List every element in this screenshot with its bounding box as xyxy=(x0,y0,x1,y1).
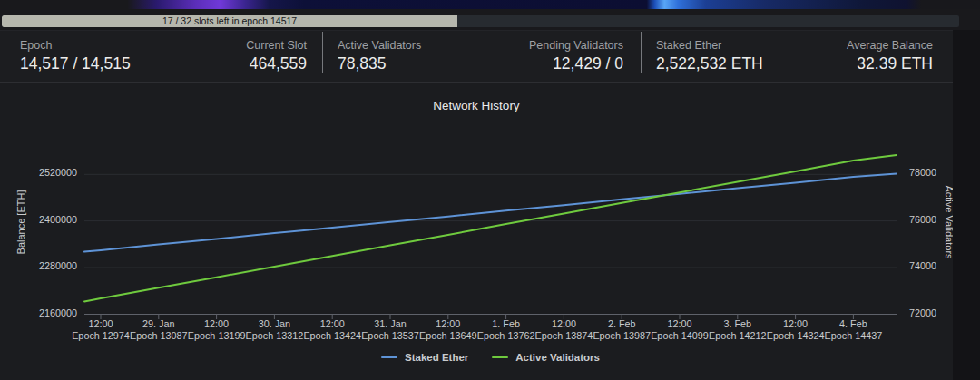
x-tick-time-label: 4. Feb xyxy=(839,318,867,329)
stat-pending-validators: Pending Validators 12,429 / 0 xyxy=(529,38,623,82)
y-right-tick-label: 72000 xyxy=(909,307,936,318)
x-tick-time-label: 3. Feb xyxy=(723,318,751,329)
stat-epoch: Epoch 14,517 / 14,515 xyxy=(20,38,131,82)
x-tick-time-label: 12:00 xyxy=(320,318,345,329)
x-tick-epoch-label: Epoch 12974 xyxy=(72,330,130,341)
x-tick-time-label: 31. Jan xyxy=(374,318,406,329)
y-left-tick-label: 2520000 xyxy=(39,167,77,178)
x-tick-epoch-label: Epoch 13537 xyxy=(361,330,419,341)
x-tick-epoch-label: Epoch 13312 xyxy=(246,330,304,341)
stat-staked-ether: Staked Ether 2,522,532 ETH xyxy=(656,38,763,82)
y-right-axis: 78000 76000 74000 72000 Active Validator… xyxy=(909,167,953,318)
x-tick-time-label: 1. Feb xyxy=(492,318,520,329)
x-tick-epoch-label: Epoch 13424 xyxy=(303,330,361,341)
x-tick-epoch-label: Epoch 14099 xyxy=(651,330,709,341)
network-history-card: 2520000 2400000 2280000 2160000 Balance … xyxy=(0,83,953,380)
epoch-progress-bar: 17 / 32 slots left in epoch 14517 xyxy=(2,15,959,27)
stat-active-validators: Active Validators 78,835 xyxy=(338,38,421,82)
y-left-tick-label: 2400000 xyxy=(39,214,77,225)
chart-title: Network History xyxy=(0,99,953,112)
x-tick-epoch-label: Epoch 13087 xyxy=(130,330,188,341)
x-tick-epoch-label: Epoch 14437 xyxy=(825,330,883,341)
x-tick-epoch-label: Epoch 14324 xyxy=(767,330,825,341)
network-stats-bar: Epoch 14,517 / 14,515 Current Slot 464,5… xyxy=(0,30,953,83)
y-right-tick-label: 74000 xyxy=(909,260,936,271)
epoch-progress-fill: 17 / 32 slots left in epoch 14517 xyxy=(2,15,457,27)
y-right-tick-label: 78000 xyxy=(909,167,936,178)
x-axis-labels: 12:00 Epoch 12974 29. Jan Epoch 13087 12… xyxy=(72,318,882,341)
stats-group-validators: Active Validators 78,835 Pending Validat… xyxy=(322,31,641,82)
y-right-tick-label: 76000 xyxy=(909,214,936,225)
stat-active-validators-label: Active Validators xyxy=(338,38,421,53)
stats-group-epoch-slot: Epoch 14,517 / 14,515 Current Slot 464,5… xyxy=(0,31,322,82)
staked-ether-line-swatch xyxy=(381,356,397,359)
x-tick-epoch-label: Epoch 13762 xyxy=(477,330,535,341)
x-tick-epoch-label: Epoch 13649 xyxy=(419,330,477,341)
x-tick-time-label: 12:00 xyxy=(88,318,113,329)
stat-epoch-label: Epoch xyxy=(20,38,131,53)
chart-legend: Staked Ether Active Validators xyxy=(84,352,897,363)
stats-group-ether: Staked Ether 2,522,532 ETH Average Balan… xyxy=(641,31,953,82)
y-left-axis-title: Balance [ETH] xyxy=(15,190,26,255)
x-tick-time-label: 12:00 xyxy=(436,318,460,329)
x-tick-time-label: 12:00 xyxy=(783,318,808,329)
legend-label-staked-ether: Staked Ether xyxy=(405,352,468,363)
y-right-axis-title: Active Validators xyxy=(944,185,953,259)
active-validators-line-swatch xyxy=(492,356,508,359)
stat-current-slot: Current Slot 464,559 xyxy=(246,38,307,82)
active-validators-line[interactable] xyxy=(84,155,897,301)
stat-current-slot-label: Current Slot xyxy=(246,38,307,53)
x-tick-time-label: 30. Jan xyxy=(259,318,290,329)
x-tick-time-label: 12:00 xyxy=(204,318,229,329)
epoch-progress-text: 17 / 32 slots left in epoch 14517 xyxy=(2,15,457,27)
stat-average-balance-label: Average Balance xyxy=(847,38,933,53)
stat-pending-validators-value: 12,429 / 0 xyxy=(529,54,623,74)
beaconchain-dashboard: 17 / 32 slots left in epoch 14517 Epoch … xyxy=(0,0,980,380)
x-tick-epoch-label: Epoch 13874 xyxy=(535,330,593,341)
x-tick-time-label: 2. Feb xyxy=(608,318,636,329)
stat-epoch-value: 14,517 / 14,515 xyxy=(20,54,131,74)
stat-staked-ether-label: Staked Ether xyxy=(656,38,763,53)
x-tick-time-label: 12:00 xyxy=(552,318,576,329)
stat-average-balance: Average Balance 32.39 ETH xyxy=(847,38,933,82)
x-tick-epoch-label: Epoch 13987 xyxy=(593,330,651,341)
x-tick-time-label: 12:00 xyxy=(667,318,691,329)
legend-label-active-validators: Active Validators xyxy=(515,352,600,363)
legend-item-staked-ether[interactable]: Staked Ether xyxy=(381,352,468,363)
stat-current-slot-value: 464,559 xyxy=(246,54,307,74)
stat-active-validators-value: 78,835 xyxy=(338,54,421,74)
stat-pending-validators-label: Pending Validators xyxy=(529,38,623,53)
y-left-axis: 2520000 2400000 2280000 2160000 Balance … xyxy=(15,167,77,318)
header-banner-image xyxy=(0,0,980,9)
stat-staked-ether-value: 2,522,532 ETH xyxy=(656,54,763,74)
x-tick-epoch-label: Epoch 13199 xyxy=(188,330,246,341)
y-left-tick-label: 2280000 xyxy=(39,260,77,271)
x-tick-time-label: 29. Jan xyxy=(142,318,174,329)
legend-item-active-validators[interactable]: Active Validators xyxy=(492,352,600,363)
y-left-tick-label: 2160000 xyxy=(39,307,77,318)
staked-ether-line[interactable] xyxy=(84,173,897,251)
x-tick-epoch-label: Epoch 14212 xyxy=(709,330,767,341)
network-history-chart[interactable]: 2520000 2400000 2280000 2160000 Balance … xyxy=(0,83,953,380)
chart-grid xyxy=(84,174,897,314)
stat-average-balance-value: 32.39 ETH xyxy=(847,54,933,74)
